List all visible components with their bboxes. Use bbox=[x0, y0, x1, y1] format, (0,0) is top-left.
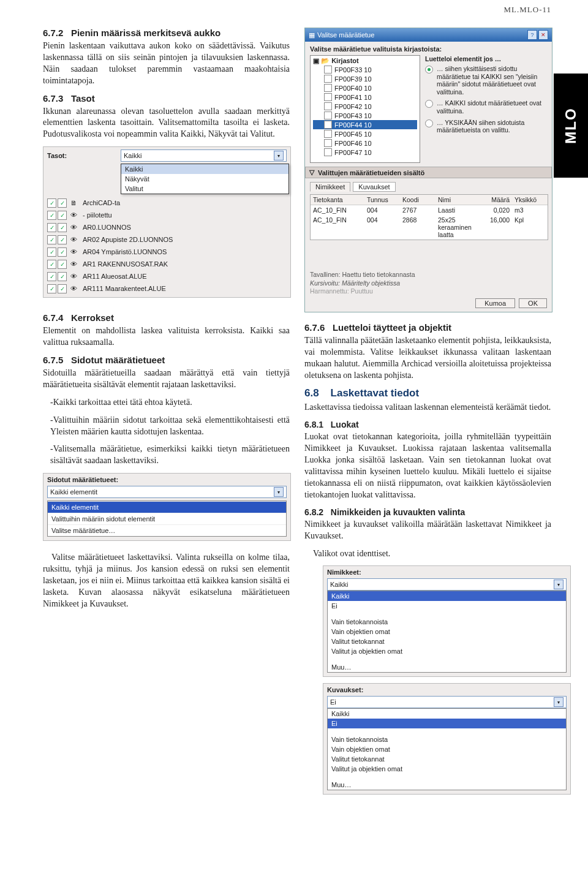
tree-root[interactable]: ▣ 📂 Kirjastot bbox=[313, 57, 417, 65]
checkbox-icon[interactable] bbox=[324, 148, 332, 156]
tasot-combo[interactable]: Kaikki▾ bbox=[121, 149, 287, 162]
checkbox-icon[interactable]: ✓ bbox=[47, 284, 56, 293]
cancel-button[interactable]: Kumoa bbox=[475, 298, 515, 308]
chevron-down-icon[interactable]: ▾ bbox=[274, 487, 284, 497]
sidotut-option[interactable]: Kaikki elementit bbox=[48, 501, 286, 513]
ok-button[interactable]: OK bbox=[519, 298, 547, 308]
checkbox-icon[interactable]: ✓ bbox=[47, 211, 56, 220]
checkbox-icon[interactable]: ✓ bbox=[47, 247, 56, 257]
layer-row[interactable]: ✓✓👁- piilotettu bbox=[47, 209, 287, 221]
kuvaukset-label: Kuvaukset: bbox=[323, 684, 570, 696]
layer-row[interactable]: ✓✓👁AR11 Alueosat.ALUE bbox=[47, 270, 287, 282]
list-option[interactable]: Vain objektien omat bbox=[328, 627, 566, 637]
tree-leaf[interactable]: FP00F44 10 bbox=[313, 120, 417, 129]
checkbox-icon[interactable] bbox=[324, 66, 332, 74]
nimikkeet-label: Nimikkeet: bbox=[323, 566, 570, 578]
list-option[interactable]: Valitut tietokannat bbox=[328, 754, 566, 764]
tree-leaf[interactable]: FP00F43 10 bbox=[313, 111, 417, 120]
tree-leaf[interactable]: FP00F33 10 bbox=[313, 65, 417, 74]
layer-row[interactable]: ✓✓🗎ArchiCAD-ta bbox=[47, 197, 287, 209]
tree-leaf[interactable]: FP00F41 10 bbox=[313, 93, 417, 102]
chevron-down-icon[interactable]: ▾ bbox=[274, 151, 284, 161]
list-option bbox=[328, 774, 566, 780]
chevron-down-icon[interactable]: ▾ bbox=[554, 697, 564, 707]
nimikkeet-combo[interactable]: Kaikki▾ bbox=[327, 578, 567, 591]
checkbox-icon[interactable]: ✓ bbox=[47, 235, 56, 244]
list-option[interactable]: Vain tietokannoista bbox=[328, 617, 566, 627]
close-icon[interactable]: ✕ bbox=[538, 30, 548, 40]
tree-leaf[interactable]: FP00F42 10 bbox=[313, 102, 417, 111]
section-bar[interactable]: ▽Valittujen määrätietueiden sisältö bbox=[305, 167, 552, 178]
tree-leaf[interactable]: FP00F46 10 bbox=[313, 138, 417, 148]
tab-kuvaukset[interactable]: Kuvaukset bbox=[353, 182, 395, 192]
tasot-option[interactable]: Valitut bbox=[121, 184, 288, 194]
list-option[interactable]: Vain tietokannoista bbox=[328, 735, 566, 744]
radio-option[interactable]: … KAIKKI sidotut määrätietueet ovat vali… bbox=[425, 99, 547, 115]
sidotut-option[interactable]: Valitse määrätietue… bbox=[48, 524, 286, 536]
tab-nimikkeet[interactable]: Nimikkeet bbox=[310, 182, 350, 192]
checkbox-icon[interactable]: ✓ bbox=[47, 272, 56, 281]
list-option[interactable]: Muu… bbox=[328, 662, 566, 672]
heading-68: 6.8 Laskettavat tiedot bbox=[304, 387, 551, 399]
checkbox-icon[interactable] bbox=[324, 93, 332, 101]
layer-row[interactable]: ✓✓👁AR0.LUONNOS bbox=[47, 221, 287, 233]
tree-leaf[interactable]: FP00F39 10 bbox=[313, 74, 417, 83]
checkbox-icon[interactable] bbox=[324, 102, 332, 110]
checkbox-icon[interactable]: ✓ bbox=[58, 211, 67, 220]
layer-row[interactable]: ✓✓👁AR111 Maarakenteet.ALUE bbox=[47, 282, 287, 295]
checkbox-icon[interactable] bbox=[324, 75, 332, 83]
library-tree[interactable]: ▣ 📂 Kirjastot FP00F33 10FP00F39 10FP00F4… bbox=[310, 55, 420, 163]
header-id: ML.MLO-11 bbox=[504, 5, 552, 15]
radio-icon[interactable] bbox=[425, 66, 433, 74]
p-674: Elementit on mahdollista laskea valituis… bbox=[43, 325, 290, 349]
heading-675: 6.7.5 Sidotut määrätietueet bbox=[43, 355, 290, 365]
checkbox-icon[interactable]: ✓ bbox=[47, 260, 56, 269]
list-option[interactable]: Kaikki bbox=[328, 709, 566, 719]
list-option[interactable]: Valitut tietokannat bbox=[328, 637, 566, 646]
checkbox-icon[interactable]: ✓ bbox=[47, 198, 56, 208]
chevron-down-icon[interactable]: ▾ bbox=[554, 580, 564, 589]
tree-leaf[interactable]: FP00F45 10 bbox=[313, 129, 417, 138]
list-option[interactable]: Valitut ja objektien omat bbox=[328, 646, 566, 656]
checkbox-icon[interactable] bbox=[324, 111, 332, 119]
kuvaukset-combo[interactable]: Ei▾ bbox=[327, 696, 567, 708]
checkbox-icon[interactable] bbox=[324, 121, 332, 129]
radio-option[interactable]: … YKSIKÄÄN siihen sidotuista määrätietue… bbox=[425, 119, 547, 134]
list-option[interactable]: Muu… bbox=[328, 780, 566, 790]
list-option[interactable]: Ei bbox=[328, 601, 566, 611]
checkbox-icon[interactable]: ✓ bbox=[58, 272, 67, 281]
eye-icon: 👁 bbox=[68, 284, 79, 293]
radio-icon[interactable] bbox=[425, 100, 433, 108]
layer-row[interactable]: ✓✓👁AR1 RAKENNUSOSAT.RAK bbox=[47, 258, 287, 270]
checkbox-icon[interactable]: ✓ bbox=[58, 198, 67, 208]
list-option[interactable]: Kaikki bbox=[328, 591, 566, 601]
sidotut-option[interactable]: Valittuihin määriin sidotut elementit bbox=[48, 513, 286, 524]
checkbox-icon[interactable]: ✓ bbox=[58, 235, 67, 244]
p-68: Laskettavissa tiedoissa valitaan laskenn… bbox=[304, 402, 551, 414]
p-681: Luokat ovat tietokannan kategorioita, jo… bbox=[304, 431, 551, 501]
layer-row[interactable]: ✓✓👁AR04 Ympäristö.LUONNOS bbox=[47, 246, 287, 258]
tasot-option[interactable]: Näkyvät bbox=[121, 174, 288, 184]
checkbox-icon[interactable]: ✓ bbox=[47, 223, 56, 232]
checkbox-icon[interactable]: ✓ bbox=[58, 223, 67, 232]
checkbox-icon[interactable] bbox=[324, 130, 332, 138]
sidotut-combo[interactable]: Kaikki elementit▾ bbox=[47, 486, 287, 498]
checkbox-icon[interactable]: ✓ bbox=[58, 247, 67, 257]
checkbox-icon[interactable]: ✓ bbox=[58, 284, 67, 293]
list-option[interactable]: Vain objektien omat bbox=[328, 744, 566, 754]
checkbox-icon[interactable] bbox=[324, 139, 332, 147]
tree-leaf[interactable]: FP00F40 10 bbox=[313, 83, 417, 93]
tasot-option[interactable]: Kaikki bbox=[121, 164, 288, 174]
list-option[interactable]: Valitut ja objektien omat bbox=[328, 764, 566, 774]
radio-icon[interactable] bbox=[425, 119, 433, 127]
checkbox-icon[interactable]: ✓ bbox=[58, 260, 67, 269]
radio-option[interactable]: … siihen yksittäisesti sidottu määrätiet… bbox=[425, 65, 547, 96]
help-icon[interactable]: ? bbox=[527, 30, 537, 40]
sidotut-label: Sidotut määrätietueet: bbox=[43, 474, 290, 486]
tree-leaf[interactable]: FP00F47 10 bbox=[313, 148, 417, 157]
tasot-dropdown[interactable]: KaikkiNäkyvätValitut bbox=[121, 164, 289, 194]
layer-row[interactable]: ✓✓👁AR02 Apupiste 2D.LUONNOS bbox=[47, 233, 287, 246]
list-option[interactable]: Ei bbox=[328, 719, 566, 728]
tasot-panel: Tasot: Kaikki▾ KaikkiNäkyvätValitut ✓✓🗎A… bbox=[43, 146, 291, 298]
checkbox-icon[interactable] bbox=[324, 84, 332, 92]
